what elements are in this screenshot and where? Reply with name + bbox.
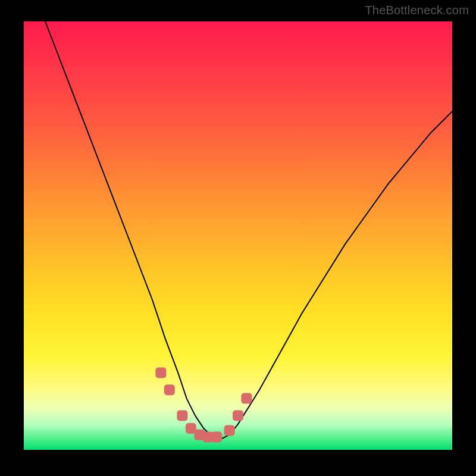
highlight-marker [211,431,222,442]
highlight-marker [164,384,175,395]
bottleneck-curve [45,21,452,439]
highlight-markers [155,367,252,442]
chart-frame: TheBottleneck.com [0,0,476,476]
plot-area [24,21,452,450]
highlight-marker [241,393,252,404]
highlight-marker [177,410,187,421]
curve-svg [24,21,452,450]
highlight-marker [155,367,166,378]
highlight-marker [224,425,235,436]
curve-path [45,21,452,439]
watermark-text: TheBottleneck.com [365,4,469,17]
highlight-marker [233,410,243,421]
